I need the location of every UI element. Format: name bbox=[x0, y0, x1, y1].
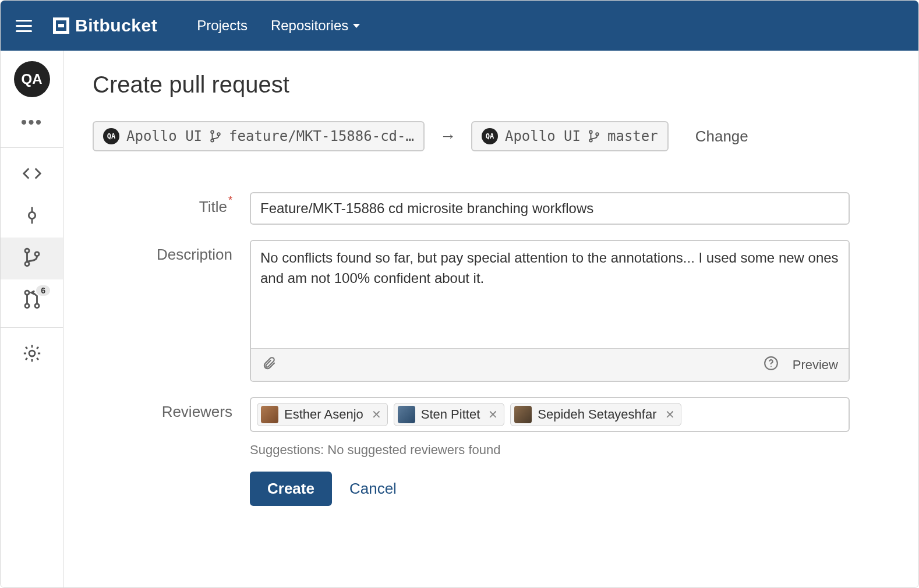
required-asterisk: * bbox=[228, 194, 232, 212]
remove-reviewer-button[interactable]: ✕ bbox=[488, 408, 498, 421]
target-branch-pill[interactable]: QA Apollo UI master bbox=[471, 121, 669, 151]
remove-reviewer-button[interactable]: ✕ bbox=[665, 408, 675, 421]
hamburger-icon bbox=[16, 20, 32, 22]
reviewer-chip: Sepideh Setayeshfar ✕ bbox=[510, 403, 681, 426]
reviewer-chip: Sten Pittet ✕ bbox=[394, 403, 505, 426]
chevron-down-icon bbox=[353, 24, 360, 28]
avatar bbox=[398, 406, 415, 423]
brand-logo[interactable]: Bitbucket bbox=[53, 16, 157, 36]
nav-projects[interactable]: Projects bbox=[197, 17, 248, 34]
svg-point-16 bbox=[596, 133, 599, 136]
svg-point-5 bbox=[34, 252, 38, 256]
source-repo-name: Apollo UI bbox=[126, 128, 202, 144]
svg-point-3 bbox=[24, 249, 29, 253]
target-branch-name: master bbox=[607, 128, 658, 144]
svg-point-11 bbox=[211, 130, 214, 133]
sidebar-item-branches[interactable] bbox=[1, 238, 63, 279]
reviewer-suggestions: Suggestions: No suggested reviewers foun… bbox=[250, 442, 850, 458]
attachment-icon[interactable] bbox=[261, 356, 277, 374]
svg-point-10 bbox=[29, 350, 35, 356]
sidebar-more-button[interactable]: ••• bbox=[21, 114, 43, 131]
reviewer-chip: Esther Asenjo ✕ bbox=[257, 403, 388, 426]
svg-point-7 bbox=[24, 304, 29, 308]
description-row: Description bbox=[93, 240, 850, 382]
bitbucket-logo-icon bbox=[53, 17, 69, 34]
svg-point-15 bbox=[589, 139, 592, 142]
primary-nav: Projects Repositories bbox=[197, 17, 360, 34]
avatar bbox=[514, 406, 532, 423]
page-title: Create pull request bbox=[93, 72, 889, 98]
svg-point-18 bbox=[770, 366, 772, 367]
svg-point-0 bbox=[29, 212, 35, 218]
title-label: Title* bbox=[93, 192, 232, 216]
global-header: Bitbucket Projects Repositories bbox=[1, 1, 918, 51]
svg-point-12 bbox=[211, 139, 214, 142]
svg-point-4 bbox=[24, 262, 29, 266]
target-repo-name: Apollo UI bbox=[505, 128, 581, 144]
reviewers-label: Reviewers bbox=[93, 397, 232, 421]
preview-link[interactable]: Preview bbox=[793, 357, 838, 373]
pull-request-form: Title* Description bbox=[93, 192, 850, 506]
gear-icon bbox=[22, 343, 42, 366]
sidebar: QA ••• 6 bbox=[1, 51, 63, 587]
svg-point-13 bbox=[217, 133, 220, 136]
source-branch-pill[interactable]: QA Apollo UI feature/MKT-15886-cd-… bbox=[93, 121, 425, 151]
description-toolbar: Preview bbox=[251, 348, 849, 381]
title-row: Title* bbox=[93, 192, 850, 225]
branch-selector-row: QA Apollo UI feature/MKT-15886-cd-… → QA… bbox=[93, 121, 889, 151]
branch-icon bbox=[22, 247, 42, 270]
brand-name: Bitbucket bbox=[75, 16, 157, 36]
description-label: Description bbox=[93, 240, 232, 264]
remove-reviewer-button[interactable]: ✕ bbox=[372, 408, 381, 421]
reviewer-name: Sten Pittet bbox=[421, 407, 480, 422]
cancel-link[interactable]: Cancel bbox=[349, 480, 397, 498]
project-avatar[interactable]: QA bbox=[14, 61, 50, 97]
code-icon bbox=[22, 164, 42, 186]
divider bbox=[1, 147, 63, 148]
create-button[interactable]: Create bbox=[250, 472, 332, 506]
reviewer-name: Esther Asenjo bbox=[284, 407, 363, 422]
form-actions: Create Cancel bbox=[250, 472, 850, 506]
reviewers-row: Reviewers Esther Asenjo ✕ Sten Pittet bbox=[93, 397, 850, 506]
help-icon[interactable] bbox=[764, 356, 779, 374]
svg-point-14 bbox=[589, 130, 592, 133]
branch-icon bbox=[209, 130, 222, 143]
arrow-right-icon: → bbox=[440, 127, 456, 146]
branch-icon bbox=[588, 130, 600, 143]
description-editor: Preview bbox=[250, 240, 850, 382]
sidebar-item-settings[interactable] bbox=[1, 334, 63, 376]
svg-point-6 bbox=[24, 291, 29, 295]
avatar bbox=[261, 406, 278, 423]
nav-repositories[interactable]: Repositories bbox=[271, 17, 360, 34]
pull-request-count-badge: 6 bbox=[36, 285, 50, 296]
commit-icon bbox=[22, 206, 42, 228]
description-textarea[interactable] bbox=[251, 241, 849, 346]
divider bbox=[1, 327, 63, 328]
title-input[interactable] bbox=[250, 192, 850, 225]
svg-point-8 bbox=[34, 304, 38, 308]
app-window: Bitbucket Projects Repositories QA ••• bbox=[0, 0, 919, 588]
app-body: QA ••• 6 bbox=[1, 51, 918, 587]
sidebar-item-pull-requests[interactable]: 6 bbox=[1, 279, 63, 321]
source-branch-name: feature/MKT-15886-cd-… bbox=[229, 128, 414, 144]
project-avatar-small: QA bbox=[482, 128, 498, 144]
reviewer-name: Sepideh Setayeshfar bbox=[538, 407, 656, 422]
project-avatar-small: QA bbox=[103, 128, 119, 144]
sidebar-item-source[interactable] bbox=[1, 154, 63, 196]
change-branches-link[interactable]: Change bbox=[695, 127, 748, 146]
hamburger-menu-button[interactable] bbox=[11, 15, 37, 37]
reviewers-input[interactable]: Esther Asenjo ✕ Sten Pittet ✕ Sepideh Se… bbox=[250, 397, 850, 432]
main-content: Create pull request QA Apollo UI feature… bbox=[63, 51, 918, 587]
sidebar-item-commits[interactable] bbox=[1, 196, 63, 238]
